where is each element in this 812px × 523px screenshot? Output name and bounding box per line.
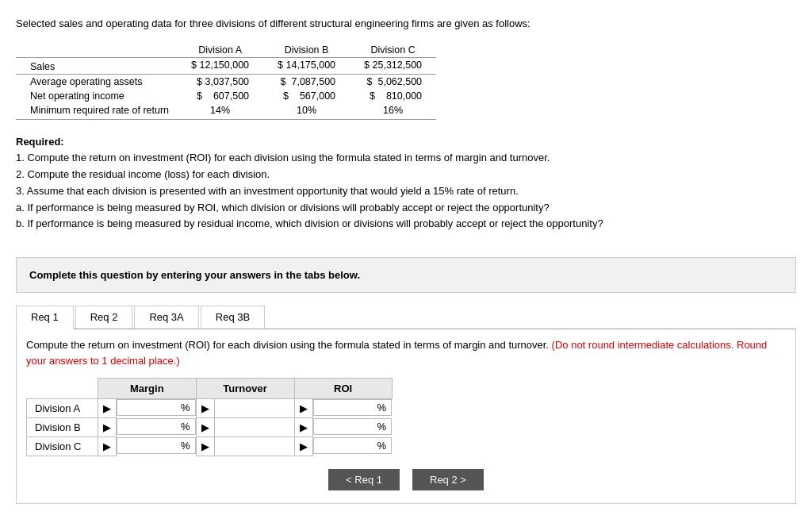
net-income-b: $ 567,000 [263,89,350,103]
required-item-b: b. If performance is being measured by r… [16,217,603,229]
percent-roi-b: % [377,421,392,433]
required-item-2: 2. Compute the residual income (loss) fo… [16,168,270,180]
tab-description: Compute the return on investment (ROI) f… [26,337,786,368]
margin-input-cell-c: % [117,437,196,454]
required-item-1: 1. Compute the return on investment (ROI… [16,152,550,163]
col-roi: ROI [294,379,392,399]
avg-assets-a: $ 3,037,500 [177,74,263,89]
min-rate-c: 16% [350,103,436,120]
data-table: Division A Division B Division C Sales $… [16,43,436,120]
net-income-c: $ 810,000 [350,89,436,103]
turnover-input-cell-c [214,437,294,456]
prev-button[interactable]: < Req 1 [328,469,400,490]
col-margin: Margin [98,379,197,399]
required-item-a: a. If performance is being measured by R… [16,202,550,213]
complete-text: Complete this question by entering your … [29,269,360,281]
tab-req2[interactable]: Req 2 [75,306,133,329]
avg-assets-c: $ 5,062,500 [350,74,436,89]
roi-input-cell-a: % [313,399,393,416]
turnover-input-a[interactable] [215,401,294,416]
col-empty [27,379,98,399]
row-label-div-b: Division B [27,418,98,437]
turnover-input-cell-b [214,418,294,437]
roi-input-a[interactable] [314,400,377,415]
turnover-input-b[interactable] [215,420,294,435]
arrow-turnover-b: ▶ [196,418,214,437]
percent-margin-b: % [181,421,195,433]
tab-req3b[interactable]: Req 3B [201,306,265,329]
intro-text: Selected sales and operating data for th… [16,16,796,32]
roi-input-c[interactable] [314,438,377,453]
prev-label: < Req 1 [346,474,382,486]
sales-a: $ 12,150,000 [177,57,263,74]
table-row: Division B ▶ % ▶ ▶ % [27,418,393,437]
table-row: Division C ▶ % ▶ ▶ % [27,437,393,456]
min-rate-b: 10% [263,103,350,120]
net-income-a: $ 607,500 [177,89,263,103]
row-label-min-rate: Minimum required rate of return [16,103,177,120]
sales-c: $ 25,312,500 [350,57,436,74]
row-label-div-c: Division C [27,437,98,456]
tab-desc-main: Compute the return on investment (ROI) f… [26,339,549,351]
row-label-div-a: Division A [27,399,98,418]
turnover-input-cell-a [214,399,294,418]
margin-input-a[interactable] [117,400,181,415]
col-header-b: Division B [263,43,350,58]
roi-input-cell-c: % [313,437,393,454]
roi-input-b[interactable] [314,419,377,434]
tab-req3a[interactable]: Req 3A [134,306,198,329]
turnover-input-c[interactable] [215,439,294,454]
percent-margin-c: % [181,440,195,452]
tab-content: Compute the return on investment (ROI) f… [16,329,796,504]
col-header-c: Division C [350,43,436,58]
required-section: Required: 1. Compute the return on inves… [16,134,796,233]
margin-input-cell-b: % [117,418,196,435]
input-table: Margin Turnover ROI Division A ▶ % ▶ ▶ [26,378,393,456]
complete-box: Complete this question by entering your … [16,257,796,293]
percent-roi-a: % [377,402,392,413]
sales-b: $ 14,175,000 [263,57,350,74]
arrow-margin-c: ▶ [98,437,117,456]
bottom-nav: < Req 1 Req 2 > [26,469,786,490]
arrow-turnover-c: ▶ [196,437,214,456]
col-header-a: Division A [177,43,263,58]
arrow-margin-a: ▶ [98,399,117,418]
arrow-roi-a: ▶ [294,399,312,418]
arrow-turnover-a: ▶ [196,399,214,418]
arrow-roi-b: ▶ [294,418,312,437]
required-item-3: 3. Assume that each division is presente… [16,185,519,197]
row-label-avg-assets: Average operating assets [16,74,177,89]
margin-input-c[interactable] [117,438,181,453]
next-label: Req 2 > [430,474,466,486]
min-rate-a: 14% [177,103,263,120]
tab-req1[interactable]: Req 1 [16,306,74,329]
avg-assets-b: $ 7,087,500 [263,74,350,89]
arrow-margin-b: ▶ [98,418,117,437]
roi-input-cell-b: % [313,418,393,435]
arrow-roi-c: ▶ [294,437,312,456]
tabs-area: Req 1 Req 2 Req 3A Req 3B [16,306,796,329]
row-label-sales: Sales [16,57,177,74]
table-row: Division A ▶ % ▶ ▶ % [27,399,393,418]
next-button[interactable]: Req 2 > [412,469,484,490]
margin-input-cell-a: % [117,399,196,416]
row-label-net-income: Net operating income [16,89,177,103]
percent-margin-a: % [181,402,195,413]
col-turnover: Turnover [196,379,294,399]
percent-roi-c: % [377,440,392,452]
margin-input-b[interactable] [117,419,181,434]
required-title: Required: [16,136,64,148]
